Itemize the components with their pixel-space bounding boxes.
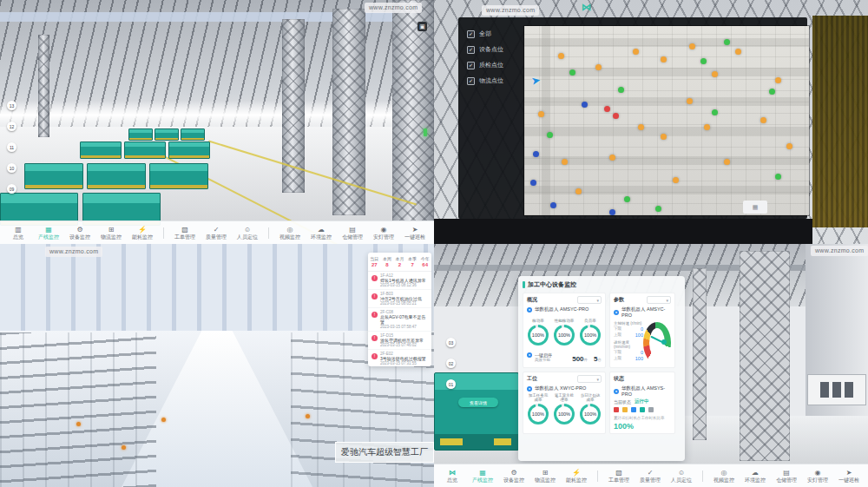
hotspot-badge[interactable]: 02: [446, 359, 456, 368]
map-marker-icon[interactable]: [724, 39, 730, 45]
toolbar-item[interactable]: [268, 227, 269, 239]
toolbar-item[interactable]: [163, 227, 164, 239]
toolbar-item[interactable]: ➤ 一键巡检: [838, 469, 859, 483]
toolbar-item[interactable]: ▧ 工单管理: [174, 226, 195, 240]
device-row[interactable]: ● 华数机器人 AMSYC-PRO: [527, 306, 602, 313]
legend-row[interactable]: ✓ 全部: [467, 30, 545, 38]
toolbar-item[interactable]: ◎ 视频监控: [713, 469, 734, 483]
map-marker-icon[interactable]: [562, 159, 568, 165]
hotspot-badge[interactable]: 10: [7, 163, 16, 173]
alarm-stat[interactable]: 当日 27: [368, 253, 381, 271]
navigation-arrow-icon[interactable]: ➤: [530, 73, 542, 88]
legend-row[interactable]: ✓ 设备点位: [467, 45, 545, 54]
toolbar-item[interactable]: ▥ 总览: [9, 226, 28, 240]
alarm-stat[interactable]: 今年 64: [418, 253, 431, 271]
status-state-icon[interactable]: [631, 407, 636, 412]
toolbar-item[interactable]: ☺ 人员定位: [671, 469, 692, 483]
map-marker-icon[interactable]: [558, 53, 564, 59]
checkbox-icon[interactable]: ✓: [467, 77, 475, 85]
map-marker-icon[interactable]: [724, 159, 730, 165]
toolbar-item[interactable]: [597, 471, 598, 482]
toolbar-item[interactable]: ▤ 仓储管理: [342, 226, 363, 240]
map-marker-icon[interactable]: [687, 98, 693, 104]
quick-action-icon[interactable]: ●: [527, 352, 532, 358]
status-state-icon[interactable]: [622, 407, 628, 412]
map-marker-icon[interactable]: [673, 177, 679, 183]
toolbar-item[interactable]: ⚡ 能耗监控: [132, 226, 153, 240]
map-marker-icon[interactable]: [775, 174, 781, 180]
legend-row[interactable]: ✓ 质检点位: [467, 61, 545, 69]
map-marker-icon[interactable]: [582, 102, 588, 108]
toolbar-item[interactable]: ☁ 环境监控: [745, 469, 766, 483]
dropdown[interactable]: ▾: [577, 296, 602, 304]
alarm-stat[interactable]: 本季 7: [406, 253, 419, 271]
toolbar-item[interactable]: ▦ 产线监控: [38, 226, 59, 240]
toolbar-item[interactable]: ⚙ 设备监控: [69, 226, 90, 240]
factory-name-caption: 爱驰汽车超级智慧工厂: [335, 442, 434, 463]
toolbar-item[interactable]: ▧ 工单管理: [608, 469, 629, 483]
alarm-list-item[interactable]: ! 2F-E02 3号输送链电机过载报警 2023-03-15 07:31:55: [368, 350, 431, 366]
toolbar-item[interactable]: ✓ 质量管理: [206, 226, 227, 240]
map-marker-icon[interactable]: [786, 143, 792, 149]
alarm-list-item[interactable]: ! 1F-B03 冲压2号压机油位过低 2023-03-15 08:05:21: [368, 290, 431, 308]
checkbox-icon[interactable]: ✓: [467, 46, 475, 54]
toolbar-item[interactable]: ▦ 产线监控: [472, 469, 493, 483]
map-marker-icon[interactable]: [769, 89, 775, 95]
status-state-icon[interactable]: [648, 407, 654, 412]
toolbar-item[interactable]: ▤ 仓储管理: [776, 469, 797, 483]
hotspot-badge[interactable]: 13: [7, 101, 16, 110]
device-row[interactable]: ● 华数机器人 AMSYS-PRO: [614, 385, 671, 397]
toolbar-item[interactable]: ☁ 环境监控: [311, 226, 332, 240]
checkbox-icon[interactable]: ✓: [467, 62, 475, 69]
toolbar-item[interactable]: ☺ 人员定位: [237, 226, 258, 240]
status-state-icon[interactable]: [640, 407, 645, 412]
toolbar-item[interactable]: ⊞ 物流监控: [535, 469, 556, 483]
dropdown[interactable]: ▾: [577, 375, 602, 383]
status-state-icon[interactable]: [614, 407, 619, 412]
hotspot-badge[interactable]: 11: [7, 142, 16, 152]
toolbar-item[interactable]: ⋈ 总览: [443, 469, 462, 483]
checkbox-icon[interactable]: ✓: [467, 30, 475, 38]
detail-button[interactable]: 查看详情: [458, 398, 498, 407]
toolbar-item[interactable]: ⊞ 物流监控: [101, 226, 122, 240]
toolbar-item[interactable]: ◉ 安灯管理: [807, 469, 828, 483]
map-marker-icon[interactable]: [604, 106, 610, 112]
toolbar-item[interactable]: ◎ 视频监控: [279, 226, 300, 240]
map-marker-icon[interactable]: [775, 77, 781, 83]
toolbar-item[interactable]: ◉ 安灯管理: [373, 226, 394, 240]
map-marker-icon[interactable]: [530, 180, 536, 186]
map-marker-icon[interactable]: [735, 49, 741, 55]
map-marker-icon[interactable]: [595, 64, 602, 70]
map-marker-icon[interactable]: [624, 196, 630, 202]
param-key: 上限: [614, 356, 621, 361]
map-marker-icon[interactable]: [533, 151, 539, 157]
hotspot-badge[interactable]: 01: [446, 379, 456, 389]
map-marker-icon[interactable]: [704, 124, 710, 130]
device-row[interactable]: ● 华数机器人 AMSYC-PRO: [614, 306, 671, 318]
toolbar-item[interactable]: ➤ 一键巡检: [404, 226, 425, 240]
alarm-stat[interactable]: 本周 8: [381, 253, 394, 271]
hotspot-badge[interactable]: 03: [446, 338, 456, 347]
hotspot-badge[interactable]: 09: [7, 184, 16, 194]
alarm-list-item[interactable]: ! 1F-D15 涂装空调机组压差异常 2023-03-15 07:46:02: [368, 332, 431, 350]
alarm-stat[interactable]: 本月 2: [393, 253, 406, 271]
map-marker-icon[interactable]: [613, 113, 619, 119]
map-marker-icon[interactable]: [550, 202, 556, 208]
toolbar-item[interactable]: ⚡ 能耗监控: [566, 469, 587, 483]
minimap-toggle[interactable]: ▦: [743, 201, 767, 214]
map-marker-icon[interactable]: [618, 87, 624, 93]
hotspot-badge[interactable]: 12: [7, 122, 16, 131]
alarm-list-item[interactable]: ! 2F-C08 总装AGV-07电量不足告警 2023-03-15 07:58…: [368, 308, 431, 332]
fullscreen-icon[interactable]: ▣: [418, 22, 427, 31]
toolbar-item[interactable]: [702, 471, 703, 482]
map-marker-icon[interactable]: [689, 43, 695, 49]
factory-floorplan-map[interactable]: [524, 26, 809, 215]
toolbar-item[interactable]: ⚙ 设备监控: [503, 469, 524, 483]
map-marker-icon[interactable]: [760, 117, 766, 123]
toolbar-item[interactable]: ✓ 质量管理: [640, 469, 661, 483]
map-marker-icon[interactable]: [655, 206, 661, 212]
dropdown[interactable]: ▾: [647, 296, 671, 304]
alarm-list-item[interactable]: ! 1F-A12 焊装1号机器人通讯异常 2023-03-15 08:12:36: [368, 272, 431, 290]
map-marker-icon[interactable]: [633, 49, 639, 55]
device-row[interactable]: ● 华数机器人 XWYC-PRO: [527, 385, 602, 392]
